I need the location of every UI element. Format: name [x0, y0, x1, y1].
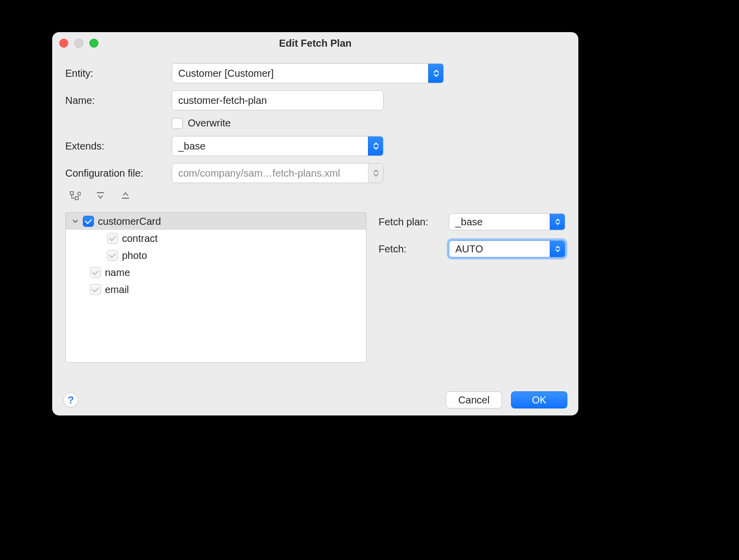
tree-item-label: customerCard	[98, 216, 161, 227]
entity-value: Customer [Customer]	[172, 68, 428, 79]
config-file-label: Configuration file:	[65, 168, 172, 179]
cancel-label: Cancel	[458, 394, 489, 406]
dialog-window: Edit Fetch Plan Entity: Customer [Custom…	[52, 32, 578, 415]
fetch-combobox[interactable]: AUTO	[449, 240, 565, 257]
overwrite-label: Overwrite	[188, 117, 231, 129]
chevron-updown-icon	[368, 164, 383, 183]
dialog-footer: ? Cancel OK	[52, 384, 578, 415]
attribute-tree[interactable]: customerCard contract photo name email	[65, 212, 366, 363]
fetch-plan-combobox[interactable]: _base	[449, 213, 565, 230]
tree-item-label: photo	[122, 250, 147, 261]
tree-item-label: email	[105, 284, 129, 296]
config-file-value: com/company/sam…fetch-plans.xml	[172, 168, 368, 179]
fetch-plan-label: Fetch plan:	[379, 216, 449, 228]
chevron-down-icon[interactable]	[71, 218, 80, 224]
name-label: Name:	[65, 95, 172, 106]
extends-combobox[interactable]: _base	[172, 136, 384, 156]
ok-label: OK	[532, 394, 547, 406]
fetch-plan-value: _base	[449, 216, 550, 228]
tree-item-label: contract	[122, 233, 158, 244]
tree-row[interactable]: email	[66, 281, 366, 298]
window-title: Edit Fetch Plan	[279, 38, 351, 49]
tree-toolbar	[65, 186, 565, 207]
titlebar: Edit Fetch Plan	[52, 32, 578, 54]
chevron-updown-icon	[550, 241, 565, 257]
tree-checkbox[interactable]	[83, 216, 94, 227]
cancel-button[interactable]: Cancel	[446, 391, 502, 408]
fetch-label: Fetch:	[379, 243, 449, 255]
help-button[interactable]: ?	[63, 392, 78, 407]
overwrite-checkbox[interactable]: Overwrite	[172, 117, 231, 129]
tree-checkbox[interactable]	[90, 267, 101, 278]
collapse-all-button[interactable]	[118, 190, 133, 202]
tree-row[interactable]: contract	[66, 230, 366, 247]
window-controls	[59, 39, 98, 48]
detail-panel: Fetch plan: _base Fetch: AUTO	[379, 212, 565, 363]
close-window-button[interactable]	[59, 39, 68, 48]
checkbox-box-icon	[172, 118, 183, 129]
svg-rect-1	[75, 197, 78, 200]
svg-point-2	[78, 192, 81, 195]
extends-value: _base	[172, 141, 368, 152]
zoom-window-button[interactable]	[89, 39, 98, 48]
middle-area: customerCard contract photo name email F…	[52, 212, 578, 363]
config-file-combobox[interactable]: com/company/sam…fetch-plans.xml	[172, 163, 384, 183]
chevron-updown-icon	[428, 64, 443, 83]
chevron-updown-icon	[550, 214, 565, 230]
minimize-window-button[interactable]	[74, 39, 83, 48]
entity-combobox[interactable]: Customer [Customer]	[172, 63, 444, 83]
ok-button[interactable]: OK	[511, 391, 567, 408]
expand-all-button[interactable]	[93, 190, 107, 202]
tree-row[interactable]: photo	[66, 247, 366, 264]
tree-item-label: name	[105, 267, 130, 278]
tree-row[interactable]: name	[66, 264, 366, 281]
tree-checkbox[interactable]	[107, 233, 118, 244]
tree-row[interactable]: customerCard	[66, 213, 366, 230]
tree-checkbox[interactable]	[107, 250, 118, 261]
tree-checkbox[interactable]	[90, 284, 101, 295]
entity-label: Entity:	[65, 68, 172, 79]
tree-settings-button[interactable]	[68, 190, 82, 202]
name-input[interactable]	[172, 90, 384, 110]
fetch-value: AUTO	[449, 243, 550, 255]
svg-rect-0	[70, 192, 73, 195]
chevron-updown-icon	[368, 136, 383, 156]
form-area: Entity: Customer [Customer] Name:	[52, 54, 578, 212]
extends-label: Extends:	[65, 141, 172, 152]
